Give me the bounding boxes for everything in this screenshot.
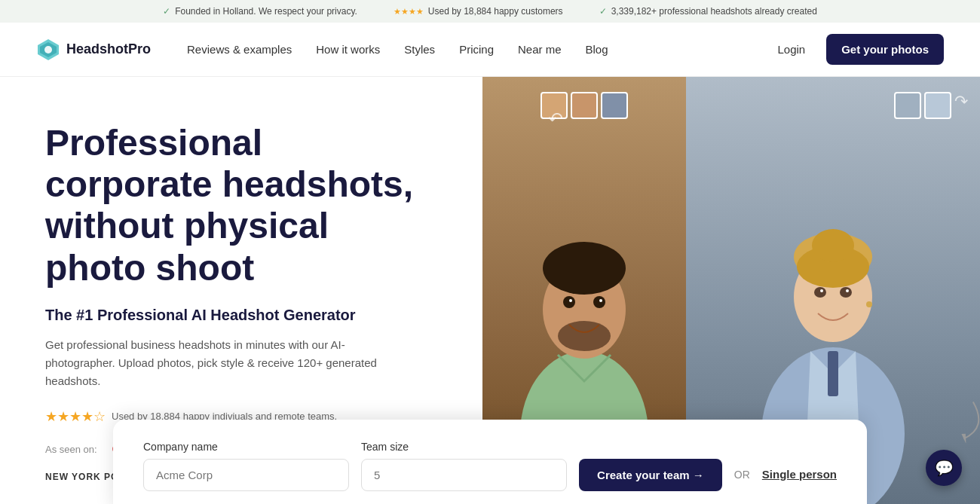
svg-point-22 xyxy=(866,301,872,307)
svg-point-20 xyxy=(820,289,823,292)
hero-title: Professional corporate headshots, withou… xyxy=(45,122,437,289)
thumb-4 xyxy=(894,92,921,119)
form-panel: Company name Team size Create your team … xyxy=(113,420,867,504)
svg-point-7 xyxy=(558,321,611,351)
svg-point-17 xyxy=(812,229,854,262)
check-icon-2: ✓ xyxy=(599,6,607,17)
svg-point-18 xyxy=(814,287,826,298)
svg-point-21 xyxy=(846,289,849,292)
nav: Reviews & examples How it works Styles P… xyxy=(187,43,768,56)
thumb-2 xyxy=(571,92,598,119)
nav-how-it-works[interactable]: How it works xyxy=(316,43,380,56)
banner-item-1: ✓ Founded in Holland. We respect your pr… xyxy=(163,6,357,17)
header-actions: Login Get your photos xyxy=(768,34,944,65)
svg-point-2 xyxy=(44,46,52,53)
svg-rect-23 xyxy=(828,351,838,396)
nav-pricing[interactable]: Pricing xyxy=(459,43,494,56)
svg-point-11 xyxy=(599,299,602,302)
chat-bubble[interactable]: 💬 xyxy=(926,450,962,486)
arrow-right: ↷ xyxy=(954,92,968,119)
thumb-5 xyxy=(924,92,951,119)
company-input[interactable] xyxy=(143,459,349,491)
get-photos-button[interactable]: Get your photos xyxy=(826,34,944,65)
arrow-left: ↶ xyxy=(548,108,563,130)
svg-point-10 xyxy=(569,299,572,302)
svg-point-9 xyxy=(593,296,605,308)
banner-item-3: ✓ 3,339,182+ professional headshots alre… xyxy=(599,6,817,17)
nav-styles[interactable]: Styles xyxy=(404,43,435,56)
svg-point-6 xyxy=(543,242,626,295)
team-field: Team size xyxy=(361,441,567,491)
nav-blog[interactable]: Blog xyxy=(586,43,608,56)
svg-point-19 xyxy=(840,287,852,298)
hero-description: Get professional business headshots in m… xyxy=(45,336,407,390)
team-input[interactable] xyxy=(361,459,567,491)
logo-text: HeadshotPro xyxy=(66,41,151,57)
hero-subtitle: The #1 Professional AI Headshot Generato… xyxy=(45,307,437,324)
company-label: Company name xyxy=(143,441,349,453)
svg-marker-24 xyxy=(959,432,969,444)
header: HeadshotPro Reviews & examples How it wo… xyxy=(0,23,980,77)
thumbnails-female: ↷ xyxy=(894,92,968,119)
logo-icon xyxy=(36,38,60,62)
as-seen-label: As seen on: xyxy=(45,444,97,455)
single-person-button[interactable]: Single person xyxy=(762,468,837,491)
top-banner: ✓ Founded in Holland. We respect your pr… xyxy=(0,0,980,23)
hero-section: Professional corporate headshots, withou… xyxy=(0,77,980,504)
stars-icon-banner: ★★★★ xyxy=(394,7,424,17)
logo[interactable]: HeadshotPro xyxy=(36,38,151,62)
thumbnails-male: ↶ xyxy=(541,92,628,119)
team-label: Team size xyxy=(361,441,567,453)
nav-near-me[interactable]: Near me xyxy=(518,43,562,56)
svg-point-8 xyxy=(563,296,575,308)
check-icon-1: ✓ xyxy=(163,6,170,17)
banner-item-2: ★★★★ Used by 18,884 happy customers xyxy=(394,6,563,17)
chat-icon: 💬 xyxy=(935,459,954,477)
or-divider: OR xyxy=(734,469,750,491)
create-team-button[interactable]: Create your team → xyxy=(579,459,722,491)
thumb-3 xyxy=(601,92,628,119)
company-field: Company name xyxy=(143,441,349,491)
rating-stars: ★★★★☆ xyxy=(45,408,106,425)
login-button[interactable]: Login xyxy=(768,37,814,62)
nav-reviews[interactable]: Reviews & examples xyxy=(187,43,292,56)
